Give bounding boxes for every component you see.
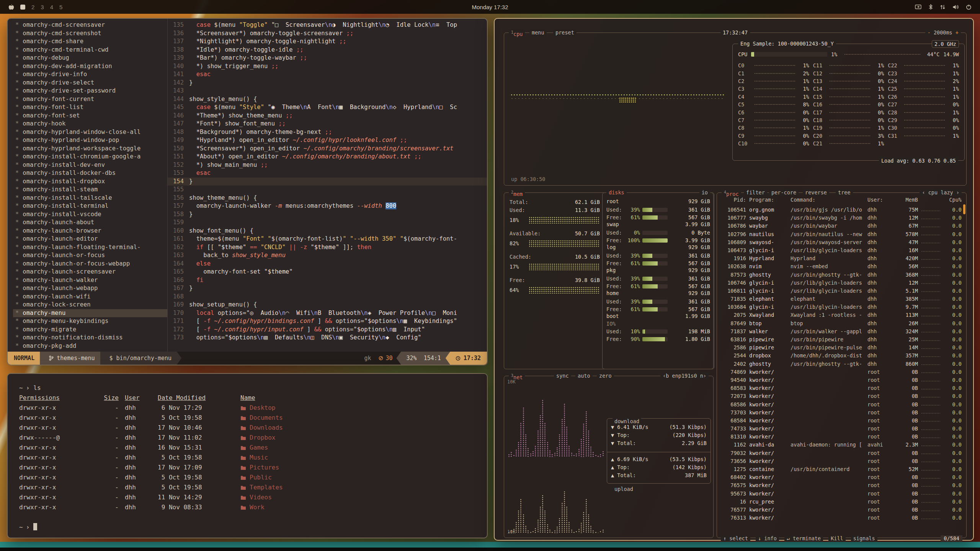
proc-tree-button[interactable]: tree xyxy=(836,189,853,196)
file-tree-item[interactable]: *omarchy-notification-dismiss xyxy=(13,334,167,342)
file-tree-item[interactable]: *omarchy-cmd-screensaver xyxy=(13,21,167,29)
process-row[interactable]: 16rcu_preeroot0B0.0 xyxy=(722,499,962,507)
file-tree-item[interactable]: *omarchy-drive-set-password xyxy=(13,87,167,95)
file-tree-item[interactable]: *omarchy-install-dev-env xyxy=(13,161,167,170)
file-tree-item[interactable]: *omarchy-dev-add-migration xyxy=(13,62,167,71)
process-row[interactable]: 106473glycin-i/usr/lib/glycin-loadersdhh… xyxy=(722,247,962,255)
disks-title[interactable]: disks xyxy=(606,189,627,196)
process-column-header[interactable]: Command: xyxy=(791,197,864,203)
process-row[interactable]: 106786waybar/usr/bin/waybardhh67M0.0 xyxy=(722,223,962,231)
process-column-header[interactable]: Program: xyxy=(749,197,787,203)
terminal-prompt-line-2[interactable]: ~› xyxy=(19,522,475,532)
workspace-1-indicator[interactable] xyxy=(20,5,25,10)
process-row[interactable]: 68402kworker/root0B0.0 xyxy=(722,474,962,482)
file-tree-item[interactable]: *omarchy-debug xyxy=(13,54,167,62)
io-mode-button[interactable]: io xyxy=(699,189,710,196)
file-tree-item[interactable]: *omarchy-migrate xyxy=(13,326,167,334)
process-row[interactable]: 106746glycin-i/usr/lib/glycin-loadersdhh… xyxy=(722,280,962,288)
process-row[interactable]: 2402ghostty/usr/bin/ghostty --gtk-dhh860… xyxy=(722,361,962,369)
process-row[interactable]: 106809swayosd-/usr/bin/swayosd-serverdhh… xyxy=(722,239,962,247)
process-column-header[interactable]: Cpu% xyxy=(943,197,962,203)
file-tree-item[interactable]: *omarchy-font-list xyxy=(13,103,167,112)
process-row[interactable]: 2586pipewire/usr/bin/pipewire-pulsedhh14… xyxy=(722,344,962,352)
process-footer-action[interactable]: ↵ terminate xyxy=(784,535,823,541)
cpu-menu-button[interactable]: menu xyxy=(529,29,547,36)
process-column-header[interactable]: Pid: xyxy=(722,197,746,203)
process-row[interactable]: 106811glycin-i/usr/lib/glycin-loadersdhh… xyxy=(722,288,962,296)
process-row[interactable]: 95673kworker/root0B0.0 xyxy=(722,491,962,499)
file-tree-item[interactable]: *omarchy-cmd-screenshot xyxy=(13,29,167,38)
file-tree[interactable]: *omarchy-cmd-screensaver*omarchy-cmd-scr… xyxy=(8,19,168,352)
file-tree-item[interactable]: *omarchy-install-tailscale xyxy=(13,194,167,202)
process-row[interactable]: 72073kworker/root0B0.0 xyxy=(722,393,962,401)
interval-plus-button[interactable]: + xyxy=(956,29,959,36)
process-row[interactable]: 102638nvimnvim --embeddhh56M0.0 xyxy=(722,263,962,271)
process-scrollbar[interactable] xyxy=(963,204,965,214)
terminal-window[interactable]: ~›ls PermissionsSizeUserDate ModifiedNam… xyxy=(7,373,488,538)
file-tree-item[interactable]: *omarchy-menu-keybindings xyxy=(13,317,167,326)
process-row[interactable]: 76313kworker/root0B0.0 xyxy=(722,515,962,523)
process-row[interactable]: 68583kworker/root0B0.0 xyxy=(722,385,962,393)
file-tree-item[interactable]: *omarchy-font-current xyxy=(13,95,167,104)
file-tree-item[interactable]: *omarchy-install-vscode xyxy=(13,210,167,219)
file-tree-item[interactable]: *omarchy-pkg-add xyxy=(13,342,167,350)
file-tree-item[interactable]: *omarchy-drive-select xyxy=(13,79,167,87)
process-footer-action[interactable]: ↑ select xyxy=(721,535,750,541)
process-row[interactable]: 102796nautilus/usr/bin/nautilus --newdhh… xyxy=(722,231,962,239)
file-tree-item[interactable]: *omarchy-hook xyxy=(13,120,167,128)
proc-filter-button[interactable]: filter xyxy=(744,189,767,196)
proc-per-core-button[interactable]: per-core xyxy=(769,189,799,196)
process-row[interactable]: 63816pipewire/usr/bin/pipewiredhh25M0.0 xyxy=(722,336,962,344)
process-row[interactable]: 73656kworker/root0B0.0 xyxy=(722,458,962,466)
code-area[interactable]: 135 case $(menu "Toggle" "□ Screensaver\… xyxy=(168,19,487,352)
power-icon[interactable] xyxy=(966,4,972,10)
file-tree-item[interactable]: *omarchy-install-terminal xyxy=(13,202,167,210)
process-row[interactable]: 1916HyprlandHyprlanddhh420M0.0 xyxy=(722,255,962,263)
process-row[interactable]: 106541org.gnom/usr/bin/gjs /usr/lib/odhh… xyxy=(722,207,962,215)
process-row[interactable]: 81310kworker/root0B0.0 xyxy=(722,434,962,442)
file-tree-item[interactable]: *omarchy-cmd-terminal-cwd xyxy=(13,46,167,54)
process-row[interactable]: 94540kworker/root0B0.0 xyxy=(722,377,962,385)
process-row[interactable]: 87649btopbtopdhh26M0.0 xyxy=(722,320,962,328)
process-row[interactable]: 103684glycin-i/usr/lib/glycin-loadersdhh… xyxy=(722,304,962,312)
process-column-header[interactable]: User: xyxy=(867,197,892,203)
update-interval-control[interactable]: - 2000ms + xyxy=(925,29,961,36)
process-row[interactable]: 79032kworker/root0B0.0 xyxy=(722,450,962,458)
cpu-preset-button[interactable]: preset xyxy=(553,29,577,36)
process-row[interactable]: 74869kworker/root0B0.0 xyxy=(722,369,962,377)
screencast-icon[interactable] xyxy=(915,4,921,10)
file-tree-item[interactable]: *omarchy-drive-info xyxy=(13,70,167,79)
net-zero-button[interactable]: zero xyxy=(597,372,614,379)
file-tree-item[interactable]: *omarchy-launch-or-focus-webapp xyxy=(13,260,167,268)
process-row[interactable]: 1275containe/usr/bin/containerdroot52M0.… xyxy=(722,466,962,474)
workspace-5-button[interactable]: 5 xyxy=(59,4,62,10)
process-row[interactable]: 2544dropbox/home/dhh/.dropbox-distdhh357… xyxy=(722,352,962,360)
net-sync-button[interactable]: sync xyxy=(554,372,571,379)
process-column-header[interactable]: MemB xyxy=(895,197,918,203)
process-row[interactable]: 106777swaybg/usr/bin/swaybg -i /homdhh12… xyxy=(722,215,962,223)
process-row[interactable]: 87573ghostty/usr/bin/ghostty --gtk-dhh36… xyxy=(722,272,962,280)
net-auto-button[interactable]: auto xyxy=(575,372,593,379)
workspace-3-button[interactable]: 3 xyxy=(41,4,44,10)
file-tree-item[interactable]: *omarchy-launch-or-focus xyxy=(13,251,167,260)
process-row[interactable]: 1162avahi-daavahi-daemon: running [avahi… xyxy=(722,442,962,450)
file-tree-item[interactable]: *omarchy-launch-wifi xyxy=(13,293,167,301)
process-row[interactable]: 71837walker/usr/bin/walker --gappldhh324… xyxy=(722,328,962,336)
process-footer-action[interactable]: ↓ info xyxy=(756,535,779,541)
file-tree-item[interactable]: *omarchy-install-chromium-google-a xyxy=(13,153,167,161)
file-tree-item[interactable]: *omarchy-install-dropbox xyxy=(13,178,167,186)
net-interface-selector[interactable]: ‹b enp191s0 n› xyxy=(660,372,709,379)
file-tree-item[interactable]: *omarchy-launch-about xyxy=(13,218,167,227)
workspace-2-button[interactable]: 2 xyxy=(31,4,34,10)
process-row[interactable]: 76575kworker/root0B0.0 xyxy=(722,482,962,490)
file-tree-item[interactable]: *omarchy-launch-editor xyxy=(13,235,167,243)
process-row[interactable]: 76577kworker/root0B0.0 xyxy=(722,507,962,515)
process-row[interactable]: 68584kworker/root0B0.0 xyxy=(722,417,962,425)
process-footer-action[interactable]: signals xyxy=(851,535,877,541)
workspace-4-button[interactable]: 4 xyxy=(50,4,53,10)
proc-sort-selector[interactable]: ‹ cpu lazy › xyxy=(920,189,962,196)
file-tree-item[interactable]: *omarchy-install-steam xyxy=(13,186,167,194)
file-tree-item[interactable]: *omarchy-launch-webapp xyxy=(13,284,167,293)
file-tree-item[interactable]: *omarchy-menu xyxy=(13,309,167,318)
process-footer-action[interactable]: Kill xyxy=(828,535,846,541)
